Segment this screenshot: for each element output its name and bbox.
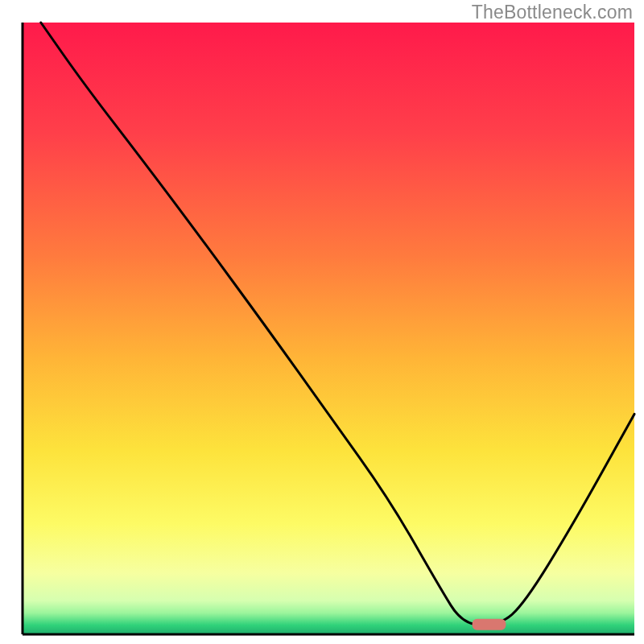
bottleneck-chart: [0, 0, 644, 644]
optimal-marker: [473, 619, 506, 630]
watermark-text: TheBottleneck.com: [472, 2, 633, 23]
plot-background-gradient: [23, 23, 634, 634]
